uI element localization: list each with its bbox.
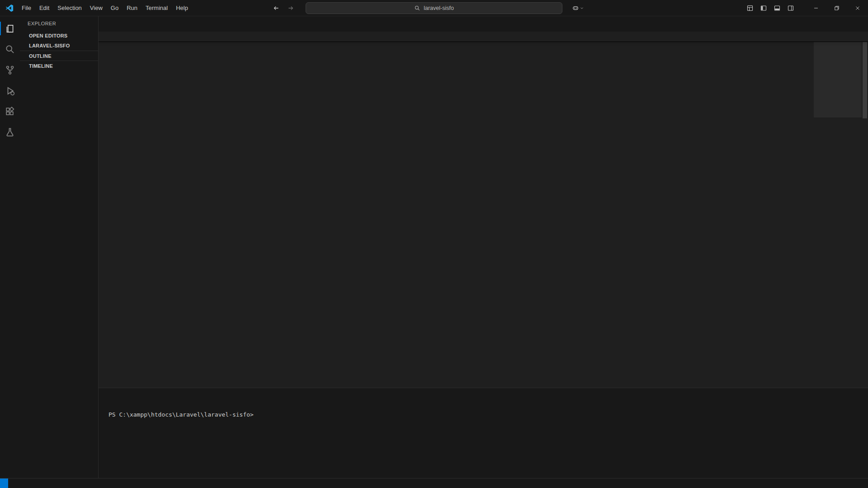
source-control-icon[interactable] (0, 60, 20, 80)
tab-bar (99, 16, 868, 32)
customize-layout-icon[interactable] (743, 2, 757, 14)
menu-file[interactable]: File (18, 2, 35, 14)
panel-tabs-row (99, 388, 868, 404)
root-folder-header[interactable]: LARAVEL-SISFO (20, 41, 98, 51)
maximize-button[interactable] (826, 0, 847, 16)
forward-arrow-icon[interactable] (286, 3, 296, 13)
explorer-sidebar: EXPLORER OPEN EDITORS LARAVEL-SISFO OUTL… (20, 16, 99, 478)
command-center-search[interactable]: laravel-sisfo (306, 2, 562, 14)
history-nav (271, 0, 296, 16)
menu-go[interactable]: Go (107, 2, 123, 14)
code-editor[interactable] (99, 42, 868, 388)
status-bar (0, 478, 868, 488)
terminal-prompt: PS C:\xampp\htdocs\Laravel\laravel-sisfo… (108, 411, 254, 418)
close-window-button[interactable] (847, 0, 868, 16)
chevron-down-icon[interactable] (580, 6, 584, 10)
vscode-logo-icon (5, 4, 14, 12)
workbench: EXPLORER OPEN EDITORS LARAVEL-SISFO OUTL… (0, 16, 868, 478)
menu-help[interactable]: Help (172, 2, 192, 14)
titlebar-right (743, 0, 868, 16)
editor-column: PS C:\xampp\htdocs\Laravel\laravel-sisfo… (99, 16, 868, 478)
extensions-icon[interactable] (0, 101, 20, 122)
code-lines (99, 42, 868, 85)
search-icon (414, 5, 420, 11)
minimize-button[interactable] (806, 0, 826, 16)
problems-status[interactable] (11, 479, 17, 488)
open-editors-header[interactable]: OPEN EDITORS (20, 31, 98, 41)
remote-indicator[interactable] (0, 479, 8, 488)
sidebar-header: EXPLORER (20, 16, 98, 31)
files-icon[interactable] (0, 18, 20, 39)
terminal[interactable]: PS C:\xampp\htdocs\Laravel\laravel-sisfo… (99, 404, 868, 418)
search-value: laravel-sisfo (424, 5, 454, 11)
toggle-secondary-sidebar-icon[interactable] (784, 2, 797, 14)
breadcrumb (99, 32, 868, 42)
toggle-sidebar-icon[interactable] (757, 2, 770, 14)
search-icon[interactable] (0, 39, 20, 60)
menu-edit[interactable]: Edit (35, 2, 53, 14)
timeline-header[interactable]: TIMELINE (20, 61, 98, 70)
bottom-panel: PS C:\xampp\htdocs\Laravel\laravel-sisfo… (99, 388, 868, 478)
toggle-panel-icon[interactable] (770, 2, 784, 14)
menu-terminal[interactable]: Terminal (142, 2, 172, 14)
copilot-menu[interactable] (569, 0, 584, 16)
outline-header[interactable]: OUTLINE (20, 51, 98, 61)
testing-icon[interactable] (0, 122, 20, 143)
menu-view[interactable]: View (86, 2, 107, 14)
menu-selection[interactable]: Selection (53, 2, 85, 14)
activity-bar (0, 16, 20, 478)
menu-bar: FileEditSelectionViewGoRunTerminalHelp (18, 2, 192, 14)
menu-run[interactable]: Run (123, 2, 142, 14)
run-debug-icon[interactable] (0, 80, 20, 101)
editor-scrollbar[interactable] (862, 42, 868, 388)
title-bar: FileEditSelectionViewGoRunTerminalHelp l… (0, 0, 868, 16)
sticky-scroll (99, 42, 868, 42)
back-arrow-icon[interactable] (271, 3, 281, 13)
minimap[interactable] (814, 42, 862, 388)
sidebar-title: EXPLORER (28, 21, 56, 26)
scrollbar-thumb[interactable] (863, 42, 867, 118)
window-controls (806, 0, 868, 16)
layout-controls (743, 2, 797, 14)
editor-actions (863, 16, 868, 32)
